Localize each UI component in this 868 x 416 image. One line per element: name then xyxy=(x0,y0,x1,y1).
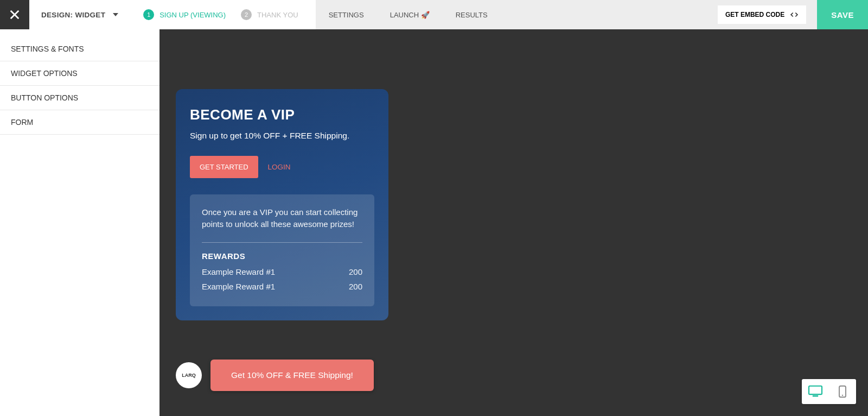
mobile-toggle[interactable] xyxy=(829,379,856,404)
reward-points: 200 xyxy=(349,267,362,276)
sidebar-item-label: FORM xyxy=(11,118,33,127)
close-icon xyxy=(9,9,21,21)
rewards-card: Once you are a VIP you can start collect… xyxy=(190,194,374,306)
svg-rect-2 xyxy=(809,386,822,394)
design-dropdown[interactable]: DESIGN: WIDGET xyxy=(41,11,118,19)
top-nav: SETTINGS LAUNCH 🚀 RESULTS xyxy=(316,0,501,29)
rewards-description: Once you are a VIP you can start collect… xyxy=(202,206,362,230)
desktop-toggle[interactable] xyxy=(802,379,829,404)
sidebar-item-widget-options[interactable]: WIDGET OPTIONS xyxy=(0,61,159,86)
nav-label: RESULTS xyxy=(456,11,488,19)
sidebar-item-label: WIDGET OPTIONS xyxy=(11,69,78,78)
widget-title: BECOME A VIP xyxy=(190,106,374,123)
sidebar: SETTINGS & FONTS WIDGET OPTIONS BUTTON O… xyxy=(0,29,159,416)
login-link[interactable]: LOGIN xyxy=(268,163,291,171)
step-signup[interactable]: 1 SIGN UP (VIEWING) xyxy=(136,9,233,20)
sidebar-item-label: SETTINGS & FONTS xyxy=(11,45,84,53)
step-label: THANK YOU xyxy=(257,11,298,19)
reward-points: 200 xyxy=(349,282,362,291)
desktop-icon xyxy=(808,385,823,398)
step-thankyou[interactable]: 2 THANK YOU xyxy=(233,9,306,20)
nav-settings[interactable]: SETTINGS xyxy=(316,0,377,29)
cta-button[interactable]: Get 10% OFF & FREE Shipping! xyxy=(210,360,374,391)
nav-label: SETTINGS xyxy=(329,11,364,19)
embed-label: GET EMBED CODE xyxy=(725,11,784,18)
sidebar-item-form[interactable]: FORM xyxy=(0,110,159,135)
nav-label: LAUNCH 🚀 xyxy=(390,11,430,19)
widget-preview: BECOME A VIP Sign up to get 10% OFF + FR… xyxy=(176,89,388,320)
caret-down-icon xyxy=(113,13,118,16)
sidebar-item-label: BUTTON OPTIONS xyxy=(11,93,78,102)
svg-rect-3 xyxy=(813,395,818,397)
get-embed-code-button[interactable]: GET EMBED CODE xyxy=(718,5,806,24)
divider xyxy=(202,242,362,243)
sidebar-item-settings-fonts[interactable]: SETTINGS & FONTS xyxy=(0,37,159,61)
widget-subtitle: Sign up to get 10% OFF + FREE Shipping. xyxy=(190,131,374,141)
rewards-heading: REWARDS xyxy=(202,251,362,261)
nav-results[interactable]: RESULTS xyxy=(443,0,501,29)
mobile-icon xyxy=(838,385,847,398)
sidebar-item-button-options[interactable]: BUTTON OPTIONS xyxy=(0,86,159,110)
top-bar: DESIGN: WIDGET 1 SIGN UP (VIEWING) 2 THA… xyxy=(0,0,868,29)
step-label: SIGN UP (VIEWING) xyxy=(159,11,226,19)
floating-cta: LARQ Get 10% OFF & FREE Shipping! xyxy=(176,360,374,391)
reward-row: Example Reward #1 200 xyxy=(202,282,362,291)
reward-name: Example Reward #1 xyxy=(202,282,275,291)
header-left: DESIGN: WIDGET 1 SIGN UP (VIEWING) 2 THA… xyxy=(29,0,316,29)
reward-row: Example Reward #1 200 xyxy=(202,267,362,276)
step-number: 1 xyxy=(143,9,154,20)
step-number: 2 xyxy=(241,9,252,20)
reward-name: Example Reward #1 xyxy=(202,267,275,276)
nav-launch[interactable]: LAUNCH 🚀 xyxy=(377,0,443,29)
get-started-button[interactable]: GET STARTED xyxy=(190,156,258,178)
brand-logo[interactable]: LARQ xyxy=(176,362,202,388)
preview-canvas: BECOME A VIP Sign up to get 10% OFF + FR… xyxy=(159,29,868,416)
save-label: SAVE xyxy=(831,10,854,20)
code-icon xyxy=(790,11,799,18)
svg-point-5 xyxy=(842,395,843,396)
save-button[interactable]: SAVE xyxy=(817,0,868,29)
close-button[interactable] xyxy=(0,0,29,29)
design-dropdown-label: DESIGN: WIDGET xyxy=(41,11,105,19)
device-toggle xyxy=(802,379,856,404)
